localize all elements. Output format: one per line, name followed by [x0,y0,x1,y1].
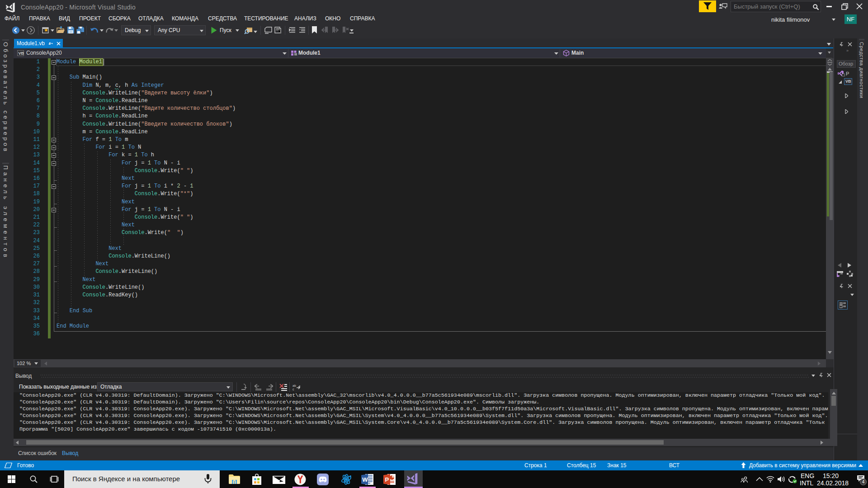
svg-text:W: W [362,476,368,483]
svg-text:c: c [292,388,294,391]
svg-text:P: P [385,476,389,483]
svg-text:ab: ab [292,384,296,387]
